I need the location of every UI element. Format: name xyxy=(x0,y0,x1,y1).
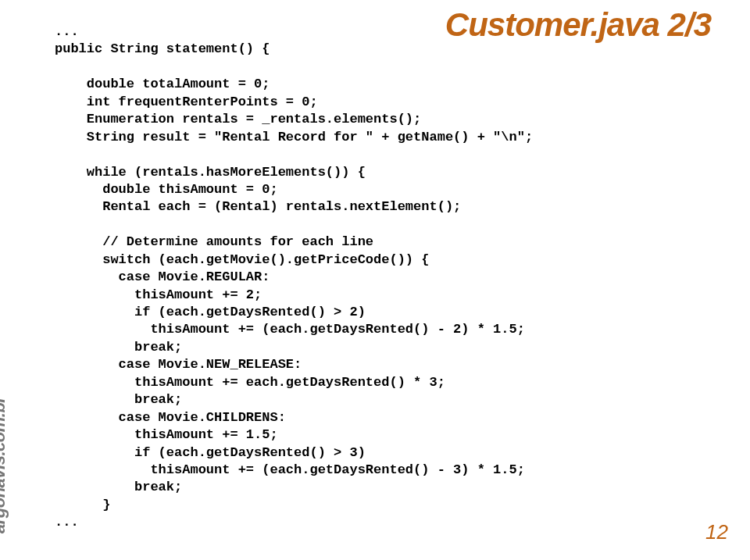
code-block: ... public String statement() { double t… xyxy=(55,23,533,532)
brand-watermark: argonavis.com.br xyxy=(0,397,9,533)
page-number: 12 xyxy=(705,520,728,544)
slide: Customer.java 2/3 ... public String stat… xyxy=(0,0,750,560)
